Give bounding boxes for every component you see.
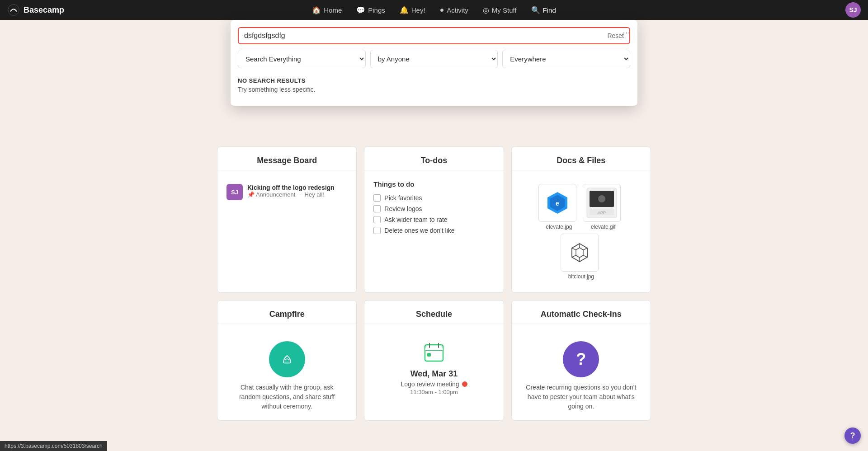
home-icon: 🏠 xyxy=(312,6,321,14)
search-dropdown: ··· Reset Search Everything Messages To-… xyxy=(231,20,637,106)
search-input[interactable] xyxy=(244,32,607,40)
nav-items: 🏠 Home 💬 Pings 🔔 Hey! ● Activity ◎ My St… xyxy=(306,3,562,17)
no-results-subtitle: Try something less specific. xyxy=(238,86,630,93)
calendar-icon-wrap xyxy=(373,341,494,364)
docs-files-body: e elevate.jpg xyxy=(512,175,651,292)
filter-where-select[interactable]: Everywhere This project xyxy=(502,50,630,68)
hey-icon: 🔔 xyxy=(400,6,409,14)
todos-title: To-dos xyxy=(364,147,503,170)
file-thumb-elevate-gif: APP xyxy=(583,184,621,222)
campfire-description: Chat casually with the group, ask random… xyxy=(226,383,347,411)
checkins-card: Automatic Check-ins ? Create recurring q… xyxy=(511,300,651,421)
svg-rect-22 xyxy=(427,353,431,357)
todo-checkbox-2[interactable] xyxy=(373,205,381,212)
todo-checkbox-3[interactable] xyxy=(373,216,381,223)
message-item[interactable]: SJ Kicking off the logo redesign 📌 Annou… xyxy=(226,180,347,204)
reset-button[interactable]: Reset xyxy=(607,32,624,39)
file-item-elevate-jpg[interactable]: e elevate.jpg xyxy=(538,184,579,230)
message-subtitle: 📌 Announcement — Hey all! xyxy=(247,191,335,198)
cards-area: Message Board SJ Kicking off the logo re… xyxy=(217,146,651,446)
file-thumb-bitclout-jpg xyxy=(561,234,599,272)
more-options-icon[interactable]: ··· xyxy=(623,27,630,38)
pings-icon: 💬 xyxy=(356,6,365,14)
file-item-bitclout-jpg[interactable]: bitclout.jpg xyxy=(561,234,601,280)
file-item-elevate-gif[interactable]: APP elevate.gif xyxy=(583,184,623,230)
svg-line-13 xyxy=(583,255,587,257)
todo-item[interactable]: Pick favorites xyxy=(373,193,494,203)
campfire-body: Chat casually with the group, ask random… xyxy=(217,329,356,420)
search-input-row: Reset xyxy=(238,27,630,44)
nav-activity[interactable]: ● Activity xyxy=(434,3,475,17)
svg-point-0 xyxy=(8,5,19,16)
schedule-body: Wed, Mar 31 Logo review meeting 11:30am … xyxy=(364,329,503,404)
svg-point-17 xyxy=(277,349,297,369)
checkins-title: Automatic Check-ins xyxy=(512,301,651,324)
help-button[interactable]: ? xyxy=(844,428,861,444)
nav-home[interactable]: 🏠 Home xyxy=(306,3,348,17)
files-grid: e elevate.jpg xyxy=(521,180,642,283)
file-thumb-elevate-jpg: e xyxy=(538,184,576,222)
mystuff-icon: ◎ xyxy=(483,6,489,14)
filter-by-select[interactable]: by Anyone by Me by Others xyxy=(370,50,498,68)
message-title: Kicking off the logo redesign xyxy=(247,184,335,191)
checkins-body: ? Create recurring questions so you don'… xyxy=(512,329,651,420)
status-bar: https://3.basecamp.com/5031803/search xyxy=(0,441,107,451)
svg-rect-21 xyxy=(425,348,443,350)
message-board-body: SJ Kicking off the logo redesign 📌 Annou… xyxy=(217,175,356,213)
event-dot xyxy=(462,381,467,387)
campfire-title: Campfire xyxy=(217,301,356,324)
schedule-card: Schedule Wed, Mar 31 xyxy=(364,300,504,421)
svg-line-15 xyxy=(572,255,576,257)
docs-files-title: Docs & Files xyxy=(512,147,651,170)
todo-checkbox-1[interactable] xyxy=(373,194,381,202)
todo-item[interactable]: Ask wider team to rate xyxy=(373,214,494,225)
find-icon: 🔍 xyxy=(531,6,540,14)
file-name-elevate-jpg: elevate.jpg xyxy=(538,224,579,230)
checkins-icon-wrap: ? xyxy=(521,341,642,377)
user-avatar[interactable]: SJ xyxy=(845,2,861,18)
schedule-event: Wed, Mar 31 Logo review meeting 11:30am … xyxy=(373,369,494,395)
todo-item[interactable]: Review logos xyxy=(373,203,494,214)
main-content: ··· Reset Search Everything Messages To-… xyxy=(217,20,651,451)
svg-point-7 xyxy=(598,195,605,202)
svg-text:APP: APP xyxy=(598,211,606,215)
message-content: Kicking off the logo redesign 📌 Announce… xyxy=(247,184,335,198)
schedule-event-name: Logo review meeting xyxy=(373,381,494,388)
campfire-card: Campfire Chat casually with the gro xyxy=(217,300,357,421)
logo[interactable]: Basecamp xyxy=(7,4,64,16)
search-filters: Search Everything Messages To-dos Files … xyxy=(238,50,630,68)
campfire-icon xyxy=(269,341,305,377)
nav-mystuff[interactable]: ◎ My Stuff xyxy=(476,3,523,17)
schedule-title: Schedule xyxy=(364,301,503,324)
svg-point-18 xyxy=(283,362,291,364)
no-results-title: NO SEARCH RESULTS xyxy=(238,77,630,84)
svg-text:e: e xyxy=(556,200,559,207)
campfire-icon-wrap xyxy=(226,341,347,377)
file-name-elevate-gif: elevate.gif xyxy=(583,224,623,230)
nav-pings[interactable]: 💬 Pings xyxy=(350,3,392,17)
nav-hey[interactable]: 🔔 Hey! xyxy=(393,3,432,17)
file-name-bitclout-jpg: bitclout.jpg xyxy=(561,273,601,280)
todo-item[interactable]: Delete ones we don't like xyxy=(373,225,494,236)
no-results: NO SEARCH RESULTS Try something less spe… xyxy=(238,75,630,97)
cards-row-1: Message Board SJ Kicking off the logo re… xyxy=(217,146,651,293)
checkins-icon: ? xyxy=(563,341,599,377)
todo-checkbox-4[interactable] xyxy=(373,227,381,234)
message-board-card: Message Board SJ Kicking off the logo re… xyxy=(217,146,357,293)
message-board-title: Message Board xyxy=(217,147,356,170)
filter-type-select[interactable]: Search Everything Messages To-dos Files … xyxy=(238,50,366,68)
todo-section-title: Things to do xyxy=(373,180,494,188)
schedule-time: 11:30am - 1:00pm xyxy=(373,389,494,395)
nav-find[interactable]: 🔍 Find xyxy=(525,3,562,17)
svg-marker-10 xyxy=(576,248,583,258)
activity-icon: ● xyxy=(440,6,444,14)
todos-card: To-dos Things to do Pick favorites Revie… xyxy=(364,146,504,293)
todos-body: Things to do Pick favorites Review logos… xyxy=(364,175,503,245)
checkins-description: Create recurring questions so you don't … xyxy=(521,383,642,411)
logo-text: Basecamp xyxy=(24,5,64,15)
svg-line-16 xyxy=(572,248,576,250)
schedule-date: Wed, Mar 31 xyxy=(373,369,494,379)
message-author-avatar: SJ xyxy=(226,184,243,200)
cards-row-2: Campfire Chat casually with the gro xyxy=(217,300,651,421)
top-navigation: Basecamp 🏠 Home 💬 Pings 🔔 Hey! ● Activit… xyxy=(0,0,868,20)
